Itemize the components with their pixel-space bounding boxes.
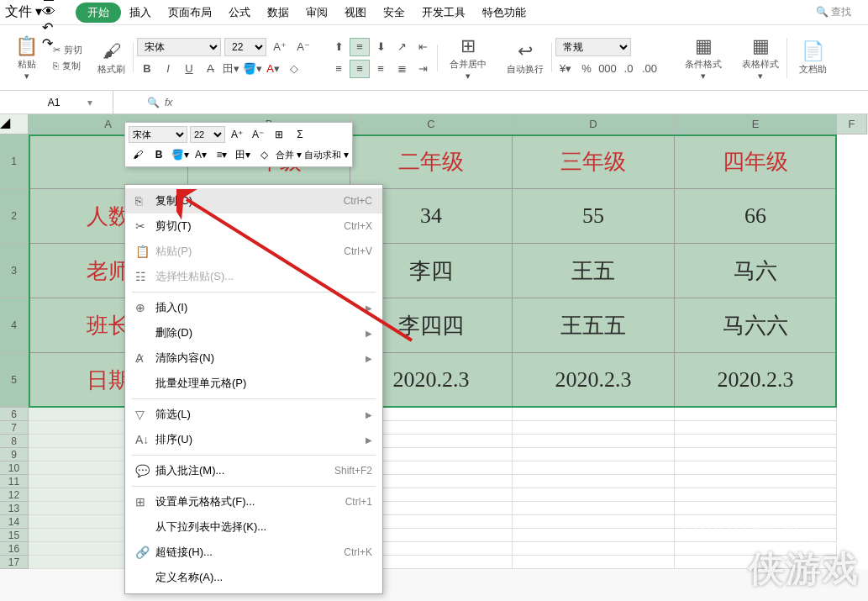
ctx-hyperlink[interactable]: 🔗 超链接(H)... Ctrl+K (125, 540, 382, 565)
ctx-paste-special[interactable]: ☷ 选择性粘贴(S)... (125, 264, 382, 289)
orientation-icon[interactable]: ↗ (392, 38, 412, 56)
decrease-decimal-icon[interactable]: .0 (618, 60, 639, 78)
row-header[interactable]: 13 (0, 502, 29, 515)
ctx-clear[interactable]: A̷ 清除内容(N) ▶ (125, 345, 382, 371)
mini-font-color-icon[interactable]: A▾ (192, 146, 210, 163)
fill-color-button[interactable]: 🪣▾ (242, 60, 262, 78)
auto-wrap-button[interactable]: ↩ 自动换行 (503, 36, 547, 79)
tab-review[interactable]: 审阅 (297, 2, 336, 24)
align-left-icon[interactable]: ≡ (329, 60, 349, 78)
mini-autosum-label[interactable]: 自动求和 (304, 149, 341, 161)
tab-special[interactable]: 特色功能 (474, 2, 534, 24)
col-header-d[interactable]: D (513, 114, 675, 134)
col-header-f[interactable]: F (837, 114, 867, 134)
cell-e4[interactable]: 马六六 (675, 298, 837, 353)
ctx-insert[interactable]: ⊕ 插入(I) ▶ (125, 295, 382, 320)
align-right-icon[interactable]: ≡ (371, 60, 391, 78)
justify-icon[interactable]: ≣ (392, 60, 412, 78)
underline-button[interactable]: U (179, 60, 199, 78)
merge-center-button[interactable]: ⊞ 合并居中▾ (446, 31, 490, 85)
row-header-2[interactable]: 2 (0, 189, 29, 244)
tab-dev[interactable]: 开发工具 (413, 2, 474, 24)
ctx-format-cells[interactable]: ⊞ 设置单元格格式(F)... Ctrl+1 (125, 489, 382, 514)
copy-button[interactable]: ⎘ 复制 (50, 59, 86, 73)
mini-fill-icon[interactable]: 🪣▾ (171, 146, 189, 163)
cell-d5[interactable]: 2020.2.3 (513, 353, 675, 408)
font-color-button[interactable]: A▾ (263, 60, 283, 78)
ctx-delete[interactable]: 删除(D) ▶ (125, 320, 382, 345)
doc-helper-button[interactable]: 📄 文档助 (796, 36, 830, 79)
ctx-dropdown[interactable]: 从下拉列表中选择(K)... (125, 514, 382, 540)
row-header-1[interactable]: 1 (0, 134, 29, 189)
fx-label[interactable]: fx (165, 97, 172, 108)
bold-button[interactable]: B (137, 60, 157, 78)
table-style-button[interactable]: ▦ 表格样式▾ (739, 31, 782, 85)
name-box[interactable]: ▾ (0, 91, 113, 113)
increase-decimal-icon[interactable]: .00 (639, 60, 660, 78)
mini-shape-icon[interactable]: ◇ (255, 146, 273, 163)
percent-icon[interactable]: % (576, 60, 597, 78)
cut-button[interactable]: ✂ 剪切 (50, 43, 86, 57)
tab-security[interactable]: 安全 (375, 2, 413, 24)
ctx-define-name[interactable]: 定义名称(A)... (125, 565, 382, 590)
conditional-format-button[interactable]: ▦ 条件格式▾ (681, 31, 725, 85)
ctx-cut[interactable]: ✂ 剪切(T) Ctrl+X (125, 214, 382, 239)
tab-formula[interactable]: 公式 (220, 2, 259, 24)
row-header[interactable]: 14 (0, 515, 29, 529)
cell-e3[interactable]: 马六 (675, 244, 837, 298)
mini-merge-label[interactable]: 合并 (276, 149, 294, 161)
cell-e5[interactable]: 2020.2.3 (675, 353, 837, 408)
cell-d1[interactable]: 三年级 (513, 134, 675, 189)
font-name-select[interactable]: 宋体 (137, 38, 221, 56)
ctx-paste[interactable]: 📋 粘贴(P) Ctrl+V (125, 239, 382, 264)
tab-start[interactable]: 开始 (76, 3, 121, 23)
cell-d4[interactable]: 王五五 (513, 298, 675, 353)
cell-e2[interactable]: 66 (675, 189, 837, 244)
mini-format-painter-icon[interactable]: 🖌 (129, 146, 147, 163)
mini-border-icon[interactable]: 田▾ (234, 146, 252, 163)
mini-increase-font-icon[interactable]: A⁺ (228, 126, 246, 143)
select-all-corner[interactable]: ◢ (0, 114, 29, 134)
cell-e1[interactable]: 四年级 (675, 134, 837, 189)
currency-icon[interactable]: ¥▾ (555, 60, 576, 78)
row-header[interactable]: 6 (0, 408, 29, 421)
cell-d2[interactable]: 55 (513, 189, 675, 244)
decrease-font-icon[interactable]: A⁻ (293, 38, 313, 56)
row-header[interactable]: 15 (0, 529, 29, 542)
tab-data[interactable]: 数据 (259, 2, 297, 24)
font-size-select[interactable]: 22 (224, 38, 266, 56)
clear-format-button[interactable]: ◇ (284, 60, 304, 78)
align-bottom-icon[interactable]: ⬇ (371, 38, 391, 56)
name-box-input[interactable] (20, 97, 87, 108)
col-header-c[interactable]: C (350, 114, 513, 134)
row-header[interactable]: 10 (0, 461, 29, 475)
mini-align-icon[interactable]: ≡▾ (213, 146, 231, 163)
align-center-icon[interactable]: ≡ (350, 60, 370, 78)
strike-button[interactable]: A̶ (200, 60, 220, 78)
row-header-3[interactable]: 3 (0, 244, 29, 298)
cell-d3[interactable]: 王五 (513, 244, 675, 298)
italic-button[interactable]: I (158, 60, 178, 78)
ctx-copy[interactable]: ⎘ 复制(C) Ctrl+C (125, 188, 382, 214)
number-format-select[interactable]: 常规 (555, 38, 631, 56)
row-header[interactable]: 16 (0, 542, 29, 556)
preview-icon[interactable]: 👁 (42, 4, 59, 19)
cell-c1[interactable]: 二年级 (350, 134, 513, 189)
align-top-icon[interactable]: ⬆ (329, 38, 349, 56)
ctx-filter[interactable]: ▽ 筛选(L) ▶ (125, 402, 382, 427)
format-painter-button[interactable]: 🖌 格式刷 (94, 36, 129, 79)
row-header[interactable]: 12 (0, 488, 29, 502)
align-middle-icon[interactable]: ≡ (350, 38, 370, 56)
paste-button[interactable]: 📋 粘贴▾ (12, 31, 41, 85)
mini-size-select[interactable]: 22 (190, 126, 225, 143)
row-header[interactable]: 9 (0, 448, 29, 461)
ctx-sort[interactable]: A↓ 排序(U) ▶ (125, 427, 382, 452)
mini-merge-icon[interactable]: ⊞ (270, 126, 288, 143)
mini-bold-icon[interactable]: B (150, 146, 168, 163)
tab-insert[interactable]: 插入 (121, 2, 160, 24)
row-header-4[interactable]: 4 (0, 298, 29, 353)
col-header-e[interactable]: E (675, 114, 837, 134)
row-header[interactable]: 8 (0, 435, 29, 448)
tab-view[interactable]: 视图 (336, 2, 375, 24)
mini-autosum-icon[interactable]: Σ (291, 126, 309, 143)
